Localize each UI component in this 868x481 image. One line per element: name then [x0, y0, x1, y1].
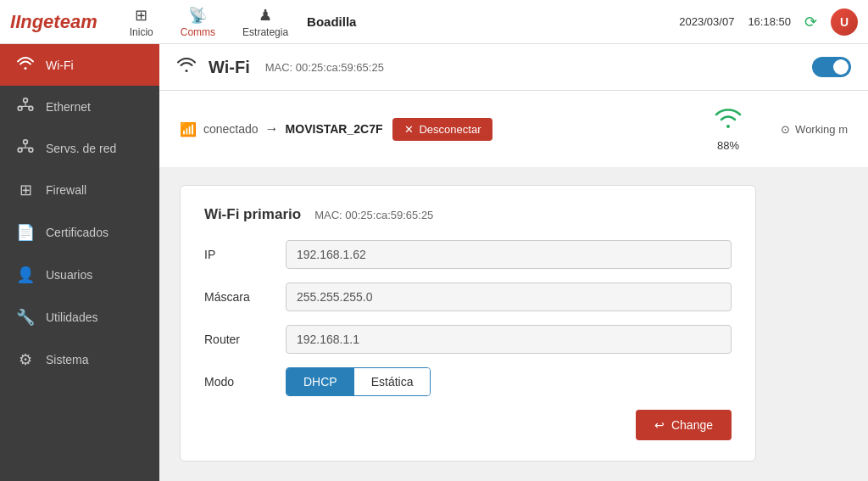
date-display: 2023/03/07 — [679, 15, 734, 28]
content-area: Wi-Fi MAC: 00:25:ca:59:65:25 📶 conectado… — [159, 44, 868, 481]
svg-point-1 — [18, 106, 22, 110]
time-display: 16:18:50 — [748, 15, 791, 28]
broadcast-icon: 📶 — [180, 121, 197, 137]
sidebar-certificados-label: Certificados — [46, 226, 108, 239]
usuarios-icon: 👤 — [15, 266, 36, 284]
estatica-button[interactable]: Estática — [354, 368, 431, 395]
avatar[interactable]: U — [831, 8, 858, 36]
certificados-icon: 📄 — [15, 223, 36, 242]
change-icon: ↩ — [654, 418, 665, 432]
change-button[interactable]: ↩ Change — [636, 410, 732, 440]
svg-point-8 — [18, 148, 22, 152]
wifi-sidebar-icon — [15, 56, 36, 74]
sidebar-item-utilidades[interactable]: 🔧 Utilidades — [0, 296, 159, 338]
router-input[interactable] — [286, 325, 732, 354]
svg-point-0 — [24, 98, 28, 103]
modo-label: Modo — [204, 375, 272, 389]
mascara-label: Máscara — [204, 290, 272, 304]
dhcp-button[interactable]: DHCP — [287, 368, 354, 395]
sidebar-firewall-label: Firewall — [46, 183, 86, 197]
disconnect-x-icon: ✕ — [404, 123, 414, 136]
sidebar-servs-label: Servs. de red — [46, 142, 116, 155]
inicio-icon: ⊞ — [135, 6, 147, 25]
sistema-icon: ⚙ — [15, 350, 36, 369]
svg-point-2 — [29, 106, 33, 110]
router-label: Router — [204, 333, 272, 346]
ip-label: IP — [204, 248, 272, 261]
estrategia-icon: ♟ — [259, 6, 272, 25]
topbar-nav: ⊞ Inicio 📡 Comms ♟ Estrategia — [118, 3, 300, 42]
card-mac: MAC: 00:25:ca:59:65:25 — [314, 209, 433, 221]
working-mode-status: ⊙ Working m — [781, 123, 848, 136]
wifi-toggle-switch[interactable] — [812, 57, 851, 77]
sidebar-item-usuarios[interactable]: 👤 Usuarios — [0, 254, 159, 296]
logo: IIngeteam — [10, 11, 97, 33]
ip-row: IP — [204, 240, 732, 269]
svg-point-9 — [29, 148, 33, 152]
card-title: Wi-Fi primario MAC: 00:25:ca:59:65:25 — [204, 206, 732, 223]
nav-inicio[interactable]: ⊞ Inicio — [118, 3, 165, 42]
mascara-input[interactable] — [286, 282, 732, 311]
disconnect-button[interactable]: ✕ Desconectar — [392, 118, 492, 141]
ip-input[interactable] — [286, 240, 732, 269]
modo-row: Modo DHCP Estática — [204, 367, 732, 396]
connection-status-row: 📶 conectado → MOVISTAR_2C7F ✕ Desconecta… — [159, 91, 868, 168]
location-label: Boadilla — [307, 14, 356, 29]
servs-icon — [15, 139, 36, 157]
sidebar: Wi-Fi Ethernet — [0, 44, 159, 481]
sidebar-sistema-label: Sistema — [46, 353, 89, 366]
nav-comms[interactable]: 📡 Comms — [169, 3, 227, 42]
card-footer: ↩ Change — [204, 410, 732, 440]
wifi-mac: MAC: 00:25:ca:59:65:25 — [265, 61, 384, 74]
ssid-label: MOVISTAR_2C7F — [286, 122, 383, 136]
card-area: Wi-Fi primario MAC: 00:25:ca:59:65:25 IP… — [159, 168, 868, 481]
topbar: IIngeteam ⊞ Inicio 📡 Comms ♟ Estrategia … — [0, 0, 868, 44]
router-row: Router — [204, 325, 732, 354]
sidebar-item-servs[interactable]: Servs. de red — [0, 127, 159, 169]
wifi-section-header: Wi-Fi MAC: 00:25:ca:59:65:25 — [159, 44, 868, 91]
ethernet-icon — [15, 98, 36, 115]
mode-button-group: DHCP Estática — [286, 367, 431, 396]
topbar-right: 2023/03/07 16:18:50 ⟳ U — [679, 8, 858, 36]
sidebar-usuarios-label: Usuarios — [46, 268, 92, 282]
sidebar-item-wifi[interactable]: Wi-Fi — [0, 44, 159, 86]
sidebar-utilidades-label: Utilidades — [46, 310, 97, 324]
signal-percent: 88% — [717, 139, 739, 152]
arrow-icon: → — [265, 121, 279, 137]
signal-icon — [713, 106, 743, 136]
sidebar-wifi-label: Wi-Fi — [46, 59, 74, 72]
circle-icon: ⊙ — [781, 123, 790, 136]
svg-point-7 — [24, 140, 28, 144]
mascara-row: Máscara — [204, 282, 732, 311]
utilidades-icon: 🔧 — [15, 308, 36, 327]
firewall-icon: ⊞ — [15, 181, 36, 199]
wifi-primario-card: Wi-Fi primario MAC: 00:25:ca:59:65:25 IP… — [180, 185, 756, 461]
main-layout: Wi-Fi Ethernet — [0, 44, 868, 481]
sync-icon[interactable]: ⟳ — [804, 13, 817, 31]
signal-strength-box: 88% — [713, 106, 743, 152]
nav-estrategia[interactable]: ♟ Estrategia — [231, 3, 300, 42]
wifi-title: Wi-Fi — [209, 58, 250, 77]
sidebar-item-ethernet[interactable]: Ethernet — [0, 86, 159, 127]
sidebar-item-sistema[interactable]: ⚙ Sistema — [0, 338, 159, 381]
connection-status: 📶 conectado → MOVISTAR_2C7F — [180, 121, 382, 137]
comms-icon: 📡 — [188, 6, 207, 25]
connected-label: conectado — [203, 122, 259, 136]
wifi-header-icon — [176, 56, 197, 78]
sidebar-item-firewall[interactable]: ⊞ Firewall — [0, 169, 159, 211]
sidebar-ethernet-label: Ethernet — [46, 100, 91, 114]
sidebar-item-certificados[interactable]: 📄 Certificados — [0, 211, 159, 254]
